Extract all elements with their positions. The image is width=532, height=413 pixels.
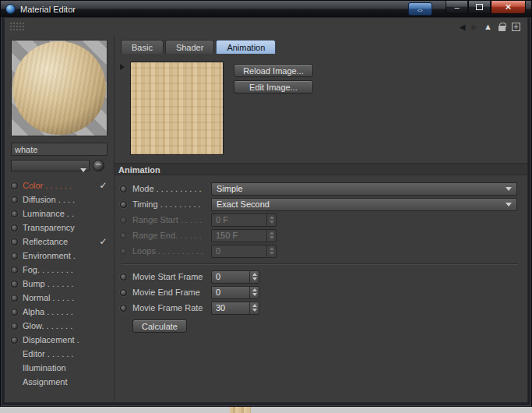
range-end-value: 150 F (212, 230, 266, 242)
timing-label: Timing . . . . . . . . . (132, 199, 211, 209)
channel-glow-radio[interactable] (11, 323, 18, 330)
chevron-down-icon (506, 203, 512, 210)
tab-shader[interactable]: Shader (165, 40, 214, 54)
channel-color-radio[interactable] (11, 182, 18, 189)
material-name-input[interactable] (11, 143, 107, 156)
page-illumination[interactable]: Illumination (11, 361, 108, 375)
stepper-icon (266, 245, 276, 257)
channel-transparency-radio[interactable] (11, 224, 18, 231)
channel-label: Displacement . (23, 335, 93, 344)
movie-rate-value[interactable]: 30 (212, 302, 249, 314)
check-icon[interactable]: ✓ (98, 180, 108, 191)
texture-thumbnail[interactable] (130, 62, 224, 155)
movie-rate-row: Movie Frame Rate 30 (120, 300, 520, 316)
channel-alpha[interactable]: Alpha . . . . . . (11, 305, 108, 319)
timing-radio[interactable] (120, 201, 127, 208)
history-forward-icon[interactable]: ▶ (471, 23, 477, 31)
channel-environment[interactable]: Environment . (11, 249, 108, 263)
channel-alpha-radio[interactable] (11, 309, 18, 316)
titlebar[interactable]: Material Editor ⇔ – × (1, 1, 531, 17)
channel-displacement[interactable]: Displacement . (11, 333, 108, 347)
check-icon[interactable]: ✓ (98, 236, 108, 247)
client-area: ◀ ▶ ▲ + (4, 17, 528, 403)
dock-toggle-button[interactable]: ⇔ (408, 2, 432, 16)
background-strip (0, 407, 532, 413)
channel-displacement-radio[interactable] (11, 337, 18, 344)
channel-fog[interactable]: Fog. . . . . . . . (11, 263, 108, 277)
mode-dropdown[interactable]: Simple (211, 182, 517, 196)
movie-end-radio[interactable] (120, 289, 127, 296)
tab-basic[interactable]: Basic (121, 40, 164, 54)
channel-color[interactable]: Color . . . . . . ✓ (11, 178, 108, 192)
drag-grip[interactable] (9, 22, 25, 32)
timing-dropdown[interactable]: Exact Second (211, 198, 517, 211)
texture-section: Reload Image... Edit Image... (120, 62, 527, 155)
range-start-value: 0 F (212, 214, 266, 226)
range-start-row: Range Start . . . . . 0 F (120, 212, 520, 228)
movie-rate-label: Movie Frame Rate (132, 303, 211, 312)
timing-row: Timing . . . . . . . . . Exact Second (120, 196, 520, 212)
expand-arrow-icon[interactable] (120, 64, 128, 70)
movie-start-label: Movie Start Frame (132, 272, 211, 281)
channel-normal-radio[interactable] (11, 295, 18, 302)
channel-bump-radio[interactable] (11, 281, 18, 288)
channel-environment-radio[interactable] (11, 252, 18, 259)
channel-transparency[interactable]: Transparency (11, 221, 108, 235)
channel-normal[interactable]: Normal . . . . . (11, 291, 108, 305)
channel-glow[interactable]: Glow. . . . . . . (11, 319, 108, 333)
page-assignment[interactable]: Assignment (11, 375, 108, 389)
chevron-down-icon (506, 187, 512, 194)
channel-luminance-radio[interactable] (11, 210, 18, 217)
new-window-icon[interactable]: + (512, 23, 520, 31)
movie-start-value[interactable]: 0 (212, 271, 249, 283)
chevron-down-icon (80, 168, 86, 175)
channel-label: Alpha . . . . . . (23, 307, 93, 316)
movie-start-radio[interactable] (120, 274, 127, 281)
material-preview[interactable] (11, 40, 107, 136)
stepper-icon[interactable] (249, 302, 259, 314)
mode-radio[interactable] (120, 185, 127, 192)
channel-diffusion-radio[interactable] (11, 196, 18, 203)
range-end-field: 150 F (211, 229, 277, 242)
movie-start-field[interactable]: 0 (211, 270, 259, 284)
channel-reflectance-radio[interactable] (11, 238, 18, 245)
material-editor-window: Material Editor ⇔ – × ◀ ▶ (0, 0, 532, 407)
maximize-button[interactable] (468, 1, 491, 14)
channel-label: Editor . . . . . . (23, 349, 93, 358)
tab-animation[interactable]: Animation (216, 40, 276, 54)
channel-label: Bump . . . . . . (23, 279, 93, 288)
channel-label: Luminance . . (23, 209, 93, 218)
channel-luminance[interactable]: Luminance . . (11, 206, 108, 221)
close-button[interactable]: × (491, 1, 526, 14)
history-back-icon[interactable]: ◀ (460, 23, 466, 31)
channel-fog-radio[interactable] (11, 267, 18, 274)
preview-sphere (12, 41, 106, 135)
texture-fragment (230, 407, 251, 413)
reload-image-button[interactable]: Reload Image... (234, 64, 313, 77)
channel-label: Illumination (23, 363, 93, 372)
stepper-icon (266, 230, 276, 242)
channel-diffusion[interactable]: Diffusion . . . . (11, 192, 108, 206)
movie-end-value[interactable]: 0 (212, 287, 249, 298)
channel-bump[interactable]: Bump . . . . . . (11, 277, 108, 291)
edit-image-button[interactable]: Edit Image... (234, 80, 313, 94)
picker-icon[interactable] (93, 160, 104, 171)
channel-reflectance[interactable]: Reflectance ✓ (11, 235, 108, 249)
calculate-button[interactable]: Calculate (132, 319, 187, 333)
page-editor[interactable]: Editor . . . . . . (11, 347, 108, 361)
minimize-button[interactable]: – (446, 1, 468, 14)
movie-end-field[interactable]: 0 (211, 286, 259, 299)
channel-label: Assignment (23, 377, 93, 387)
movie-rate-radio[interactable] (120, 305, 127, 312)
stepper-icon[interactable] (249, 287, 259, 298)
tab-bar: Basic Shader Animation (115, 40, 527, 54)
animation-section-header: Animation (115, 163, 527, 175)
toolbar: ◀ ▶ ▲ + (5, 18, 527, 35)
loops-label: Loops . . . . . . . . . . (132, 246, 211, 256)
stepper-icon[interactable] (249, 271, 259, 283)
channel-label: Environment . (23, 251, 93, 260)
up-arrow-icon[interactable]: ▲ (484, 22, 492, 31)
preview-type-select[interactable] (11, 160, 90, 171)
lock-icon[interactable] (499, 26, 506, 31)
movie-rate-field[interactable]: 30 (211, 302, 259, 315)
